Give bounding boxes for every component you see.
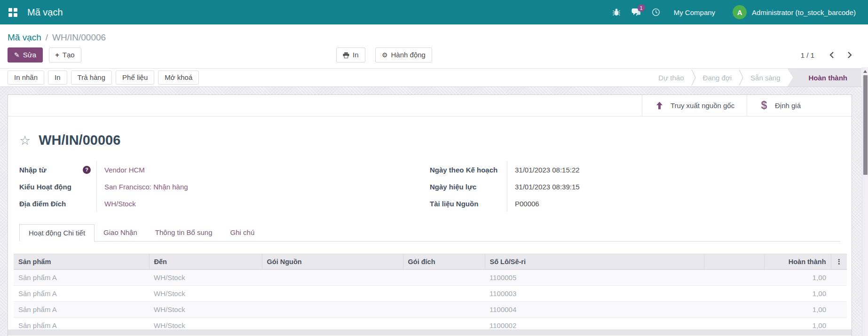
cell-empty	[704, 286, 764, 302]
breadcrumb-separator: /	[46, 32, 48, 42]
cell-lot-serial: 1100005	[485, 270, 704, 286]
app-name[interactable]: Mã vạch	[27, 7, 63, 18]
move-lines-table: Sản phẩm Đến Gói Nguồn Gói đích Số Lô/Sê…	[14, 254, 846, 334]
tab-detailed-operations[interactable]: Hoạt động Chi tiết	[19, 224, 95, 242]
user-menu[interactable]: A Administrator (to_stock_barcode)	[733, 5, 856, 19]
favorite-star-icon[interactable]: ☆	[19, 133, 31, 148]
field-label-destination-location: Địa điểm Đích	[19, 195, 97, 212]
create-button-label: Tạo	[63, 50, 75, 60]
status-step-ready[interactable]: Sẵn sàng	[743, 69, 787, 86]
apps-menu-icon[interactable]	[8, 8, 17, 17]
tab-additional-info[interactable]: Thông tin Bổ sung	[146, 224, 221, 241]
avatar: A	[733, 5, 747, 19]
pager-next-icon[interactable]	[843, 48, 857, 62]
col-header-product[interactable]: Sản phẩm	[14, 254, 149, 270]
action-button[interactable]: ⚙ Hành động	[375, 47, 432, 63]
field-label-partner: Nhập từ ?	[19, 161, 97, 178]
status-step-waiting[interactable]: Đang đợi	[696, 69, 739, 86]
col-header-dest-package[interactable]: Gói đích	[403, 254, 485, 270]
help-icon[interactable]: ?	[83, 166, 91, 174]
field-label-operation-type: Kiểu Hoạt động	[19, 178, 97, 195]
table-row[interactable]: Sản phẩm A WH/Stock 1100004 1,00	[14, 302, 847, 318]
pager-counter: 1 / 1	[801, 51, 814, 59]
cell-product: Sản phẩm A	[14, 286, 149, 302]
table-row[interactable]: Sản phẩm A WH/Stock 1100005 1,00	[14, 270, 847, 286]
field-value-partner[interactable]: Vendor HCM	[97, 166, 145, 174]
valuation-label: Định giá	[775, 102, 801, 109]
notebook-tabs: Hoạt động Chi tiết Giao Nhận Thông tin B…	[19, 224, 840, 242]
record-title: WH/IN/00006	[39, 133, 120, 148]
scrollbar-up-arrow-icon[interactable]	[863, 70, 867, 73]
sheet-bottom-strip	[8, 329, 852, 336]
status-step-draft[interactable]: Dự thảo	[651, 69, 691, 86]
scrollbar-thumb[interactable]	[863, 75, 868, 175]
print-button[interactable]: In	[336, 47, 365, 63]
traceability-label: Truy xuất nguồn gốc	[671, 102, 734, 109]
pager: 1 / 1	[801, 47, 857, 63]
field-label-source-document: Tài liệu Nguồn	[430, 195, 507, 212]
pager-previous-icon[interactable]	[825, 48, 839, 62]
cell-empty	[704, 270, 764, 286]
create-button[interactable]: + Tạo	[49, 47, 81, 63]
traceability-smart-button[interactable]: Truy xuất nguồn gốc	[642, 95, 747, 116]
vertical-scrollbar[interactable]	[862, 67, 868, 336]
valuation-smart-button[interactable]: $ Định giá	[747, 95, 852, 116]
return-button[interactable]: Trả hàng	[71, 70, 112, 85]
gear-icon: ⚙	[382, 52, 388, 58]
field-value-destination-location[interactable]: WH/Stock	[97, 200, 136, 208]
print-button-secondary[interactable]: In	[48, 70, 67, 85]
cell-empty	[704, 302, 764, 318]
plus-icon: +	[55, 52, 59, 58]
cell-source-package	[262, 286, 403, 302]
field-value-source-document: P00006	[507, 200, 539, 208]
status-separator-icon	[691, 69, 696, 86]
cell-dest-package	[403, 302, 485, 318]
scrap-button[interactable]: Phế liệu	[116, 70, 154, 85]
field-groups: Nhập từ ? Vendor HCM Kiểu Hoạt động San …	[19, 161, 840, 212]
form-view-background: Truy xuất nguồn gốc $ Định giá ☆ WH/IN/0…	[0, 87, 868, 336]
cell-dest-package	[403, 286, 485, 302]
form-sheet: Truy xuất nguồn gốc $ Định giá ☆ WH/IN/0…	[8, 94, 852, 336]
table-header-row: Sản phẩm Đến Gói Nguồn Gói đích Số Lô/Sê…	[14, 254, 847, 270]
breadcrumb-parent[interactable]: Mã vạch	[8, 32, 41, 42]
col-header-to[interactable]: Đến	[149, 254, 262, 270]
table-row[interactable]: Sản phẩm A WH/Stock 1100003 1,00	[14, 286, 847, 302]
field-value-effective-date: 31/01/2023 08:39:15	[507, 183, 580, 191]
status-steps: Dự thảo Đang đợi Sẵn sàng Hoàn thành	[651, 69, 868, 86]
print-labels-button[interactable]: In nhãn	[8, 70, 44, 85]
user-name: Administrator (to_stock_barcode)	[752, 8, 856, 16]
edit-button[interactable]: ✎ Sửa	[8, 47, 43, 63]
tab-note[interactable]: Ghi chú	[221, 224, 264, 241]
field-group-left: Nhập từ ? Vendor HCM Kiểu Hoạt động San …	[19, 161, 430, 212]
printer-icon	[343, 52, 349, 58]
col-header-source-package[interactable]: Gói Nguồn	[262, 254, 403, 270]
status-step-done[interactable]: Hoàn thành	[788, 69, 862, 86]
cell-source-package	[262, 302, 403, 318]
debug-bug-icon[interactable]	[612, 8, 621, 16]
company-switcher[interactable]: My Company	[674, 8, 715, 16]
control-panel-buttons: ✎ Sửa + Tạo In ⚙ Hành động 1 / 1	[8, 47, 860, 63]
dollar-icon: $	[760, 99, 768, 112]
cell-handle	[831, 302, 847, 318]
breadcrumb-current: WH/IN/00006	[52, 32, 106, 42]
col-header-done[interactable]: Hoàn thành	[764, 254, 831, 270]
print-button-label: In	[353, 50, 359, 60]
pencil-icon: ✎	[14, 52, 20, 58]
col-header-lot-serial[interactable]: Số Lô/Sê-ri	[485, 254, 704, 270]
cell-source-package	[262, 270, 403, 286]
field-group-right: Ngày theo Kế hoạch 31/01/2023 08:15:22 N…	[430, 161, 840, 212]
field-label-effective-date: Ngày hiệu lực	[430, 178, 507, 195]
unlock-button[interactable]: Mở khoá	[158, 70, 199, 85]
cell-done-qty: 1,00	[764, 302, 831, 318]
messages-icon[interactable]: 1	[631, 8, 641, 16]
cell-handle	[831, 286, 847, 302]
cell-dest-package	[403, 270, 485, 286]
top-navbar: Mã vạch 1	[0, 0, 868, 24]
cell-lot-serial: 1100004	[485, 302, 704, 318]
optional-columns-icon[interactable]: ⋮	[831, 254, 847, 270]
activities-clock-icon[interactable]	[652, 8, 660, 16]
field-value-operation-type[interactable]: San Francisco: Nhận hàng	[97, 183, 188, 191]
cell-done-qty: 1,00	[764, 270, 831, 286]
tab-operations[interactable]: Giao Nhận	[95, 224, 146, 241]
cell-handle	[831, 270, 847, 286]
